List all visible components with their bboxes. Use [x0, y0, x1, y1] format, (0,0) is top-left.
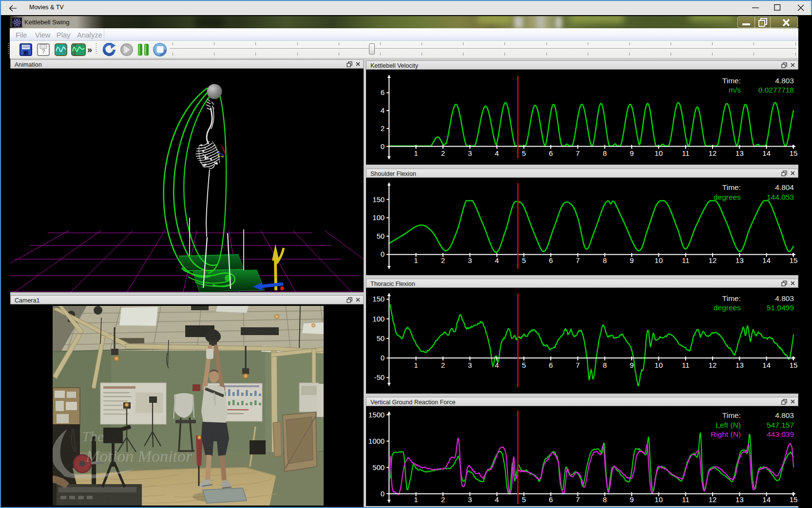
svg-text:5: 5: [522, 361, 526, 369]
svg-text:443.039: 443.039: [767, 430, 794, 438]
svg-text:11: 11: [682, 149, 690, 157]
svg-text:1: 1: [414, 361, 418, 369]
svg-text:4.804: 4.804: [775, 183, 794, 191]
svg-text:0: 0: [381, 250, 385, 258]
svg-text:100: 100: [372, 315, 385, 323]
svg-text:13: 13: [735, 256, 744, 264]
svg-text:1500: 1500: [368, 411, 385, 419]
svg-text:11: 11: [682, 256, 690, 264]
svg-text:8: 8: [603, 149, 607, 157]
svg-text:2: 2: [441, 149, 445, 157]
svg-text:1: 1: [414, 256, 418, 264]
svg-text:15: 15: [790, 256, 798, 264]
svg-text:4.803: 4.803: [775, 411, 794, 419]
svg-text:14: 14: [762, 149, 771, 157]
svg-text:1: 1: [414, 495, 418, 504]
svg-text:4: 4: [381, 106, 385, 114]
svg-text:8: 8: [603, 361, 607, 369]
svg-text:0: 0: [381, 489, 385, 498]
svg-text:10: 10: [655, 361, 663, 369]
svg-text:3: 3: [468, 361, 472, 369]
svg-text:15: 15: [790, 149, 798, 157]
svg-text:9: 9: [630, 256, 634, 264]
svg-text:6: 6: [549, 149, 553, 157]
svg-text:50: 50: [377, 334, 385, 342]
svg-text:3: 3: [468, 256, 472, 264]
svg-text:144.053: 144.053: [767, 193, 794, 201]
svg-text:14: 14: [762, 256, 771, 264]
svg-text:Time:: Time:: [722, 76, 741, 85]
svg-text:4: 4: [495, 256, 499, 264]
svg-text:2: 2: [441, 495, 445, 504]
svg-text:?: ?: [41, 48, 45, 55]
svg-text:1000: 1000: [368, 437, 385, 445]
svg-text:4: 4: [495, 495, 499, 504]
svg-text:50: 50: [377, 232, 385, 240]
svg-text:0: 0: [381, 142, 385, 151]
svg-text:4.803: 4.803: [775, 294, 794, 302]
svg-text:13: 13: [735, 361, 744, 369]
svg-text:51.0499: 51.0499: [767, 303, 794, 312]
svg-text:12: 12: [709, 256, 717, 264]
svg-text:8: 8: [603, 495, 607, 504]
svg-text:7: 7: [576, 149, 580, 157]
svg-text:6: 6: [381, 88, 385, 96]
svg-text:9: 9: [630, 361, 634, 369]
svg-text:0.0277718: 0.0277718: [758, 86, 794, 94]
svg-text:14: 14: [762, 495, 771, 504]
svg-text:2: 2: [381, 124, 385, 132]
svg-text:2: 2: [441, 361, 445, 369]
svg-text:9: 9: [630, 495, 634, 504]
svg-text:4: 4: [495, 361, 499, 369]
svg-text:4.803: 4.803: [775, 76, 794, 85]
svg-text:5: 5: [522, 256, 526, 264]
svg-text:1: 1: [414, 149, 418, 157]
svg-text:degrees: degrees: [714, 193, 741, 201]
svg-text:100: 100: [372, 213, 385, 222]
svg-text:8: 8: [603, 256, 607, 264]
svg-text:3: 3: [468, 149, 472, 157]
svg-text:degrees: degrees: [714, 303, 741, 312]
svg-text:3: 3: [468, 495, 472, 504]
svg-text:6: 6: [549, 361, 553, 369]
svg-text:0: 0: [381, 354, 385, 362]
svg-text:12: 12: [709, 495, 717, 504]
svg-text:-50: -50: [374, 373, 385, 381]
svg-text:Time:: Time:: [722, 294, 741, 302]
svg-text:15: 15: [790, 495, 798, 504]
svg-text:m/s: m/s: [729, 86, 741, 94]
svg-text:10: 10: [655, 495, 663, 504]
svg-text:7: 7: [576, 495, 580, 504]
svg-text:6: 6: [549, 256, 553, 264]
svg-text:11: 11: [682, 495, 690, 504]
svg-text:Left (N): Left (N): [715, 421, 741, 429]
svg-text:10: 10: [655, 256, 663, 264]
svg-text:4: 4: [495, 149, 499, 157]
svg-text:6: 6: [549, 495, 553, 504]
svg-text:150: 150: [372, 195, 385, 204]
svg-text:Time:: Time:: [722, 183, 741, 191]
svg-text:13: 13: [735, 149, 744, 157]
svg-text:10: 10: [655, 149, 663, 157]
svg-text:12: 12: [709, 149, 717, 157]
svg-text:Right (N): Right (N): [711, 430, 741, 438]
svg-text:2: 2: [441, 256, 445, 264]
svg-text:7: 7: [576, 361, 580, 369]
svg-text:9: 9: [630, 149, 634, 157]
svg-text:13: 13: [735, 495, 744, 504]
svg-text:150: 150: [372, 295, 385, 303]
svg-text:547.157: 547.157: [767, 421, 794, 429]
svg-text:5: 5: [522, 149, 526, 157]
svg-text:14: 14: [762, 361, 771, 369]
svg-text:5: 5: [522, 495, 526, 504]
svg-text:15: 15: [790, 361, 798, 369]
svg-text:500: 500: [372, 463, 385, 471]
svg-text:Time:: Time:: [722, 411, 741, 419]
svg-text:11: 11: [682, 361, 690, 369]
svg-text:7: 7: [576, 256, 580, 264]
svg-text:12: 12: [709, 361, 717, 369]
